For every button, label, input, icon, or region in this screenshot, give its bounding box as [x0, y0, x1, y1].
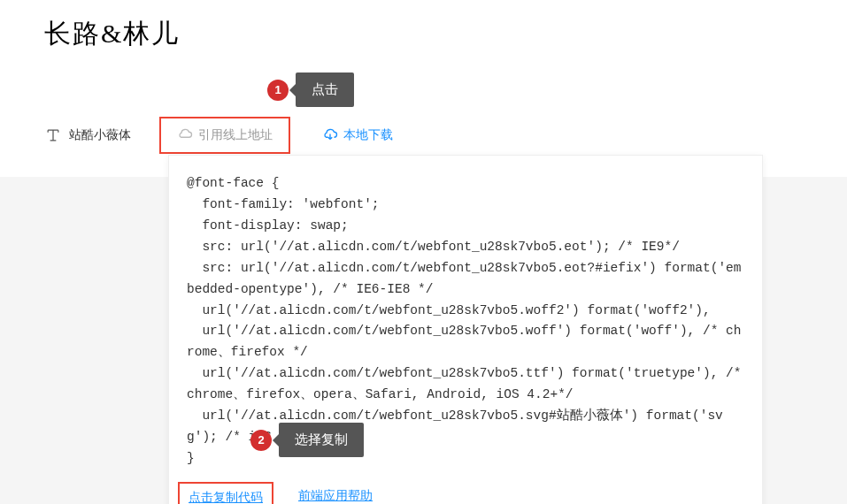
tab-online-url[interactable]: 引用线上地址 [159, 117, 290, 154]
page-title: 长路&林儿 [44, 0, 803, 59]
text-icon [44, 126, 62, 144]
callout-badge-1: 1 [267, 80, 289, 101]
cloud-download-icon [322, 127, 338, 143]
font-name-label: 站酷小薇体 [44, 126, 131, 144]
frontend-help-link[interactable]: 前端应用帮助 [298, 488, 373, 504]
callout-tip-2: 选择复制 [279, 423, 364, 457]
callout-tip-1: 点击 [296, 73, 354, 107]
copy-code-link[interactable]: 点击复制代码 [189, 490, 263, 504]
panel-actions: 点击复制代码 前端应用帮助 [187, 482, 744, 504]
cloud-icon [177, 127, 193, 143]
tab-local-download[interactable]: 本地下载 [306, 118, 409, 152]
tab-download-label: 本地下载 [343, 127, 393, 143]
tabs-row: 站酷小薇体 引用线上地址 本地下载 [44, 117, 803, 154]
font-name-text: 站酷小薇体 [69, 127, 131, 143]
callout-select-copy: 2 选择复制 [250, 423, 364, 457]
callout-click: 1 点击 [267, 73, 354, 107]
tab-online-label: 引用线上地址 [198, 127, 273, 143]
callout-badge-2: 2 [250, 430, 272, 451]
